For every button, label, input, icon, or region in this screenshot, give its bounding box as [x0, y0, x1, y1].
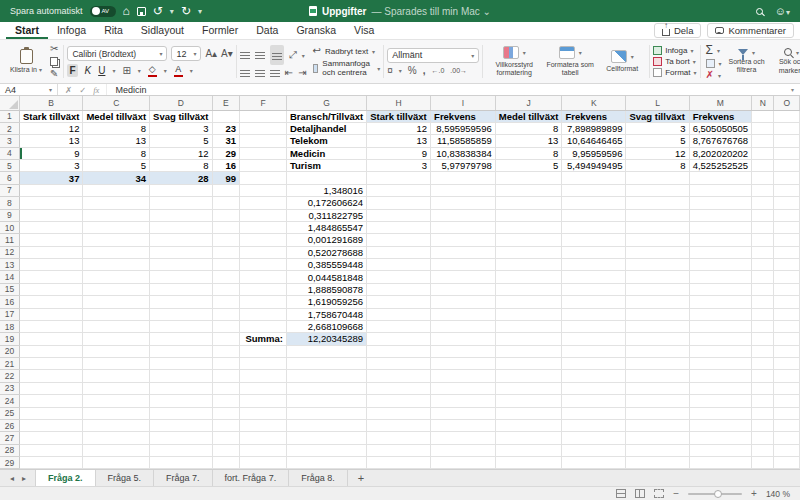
cell-M11[interactable] [689, 234, 751, 246]
italic-button[interactable]: K [85, 65, 92, 76]
cell-B3[interactable]: 13 [19, 135, 83, 147]
cell-M14[interactable] [689, 271, 751, 283]
cell-E2[interactable]: 23 [212, 122, 239, 134]
cell-K14[interactable] [562, 271, 626, 283]
cell-H22[interactable] [367, 370, 431, 382]
cell-J9[interactable] [495, 209, 562, 221]
cell-B7[interactable] [19, 184, 83, 196]
cell-D29[interactable] [150, 457, 212, 469]
cell-G8[interactable]: 0,172606624 [286, 197, 366, 209]
cell-M15[interactable] [689, 283, 751, 295]
cell-H8[interactable] [367, 197, 431, 209]
cell-F29[interactable] [240, 457, 287, 469]
cell-D7[interactable] [150, 184, 212, 196]
cell-O17[interactable] [774, 308, 800, 320]
increase-indent-icon[interactable]: ⇥ [298, 68, 306, 78]
cell-F20[interactable] [240, 345, 287, 357]
cell-O29[interactable] [774, 457, 800, 469]
cell-K20[interactable] [562, 345, 626, 357]
cell-N3[interactable] [752, 135, 774, 147]
zoom-in-icon[interactable]: + [751, 488, 757, 499]
merge-center-button[interactable]: Sammanfoga och centrera▾ [313, 59, 381, 77]
column-header-F[interactable]: F [240, 96, 287, 110]
column-header-J[interactable]: J [495, 96, 562, 110]
cell-F21[interactable] [240, 358, 287, 370]
cell-I1[interactable]: Frekvens [431, 110, 496, 122]
cell-F23[interactable] [240, 382, 287, 394]
cell-H25[interactable] [367, 407, 431, 419]
cell-E1[interactable] [212, 110, 239, 122]
cell-O15[interactable] [774, 283, 800, 295]
cell-F16[interactable] [240, 296, 287, 308]
cell-G12[interactable]: 0,520278688 [286, 246, 366, 258]
cell-C24[interactable] [83, 395, 150, 407]
cell-E25[interactable] [212, 407, 239, 419]
column-header-I[interactable]: I [431, 96, 496, 110]
cell-N4[interactable] [752, 147, 774, 159]
cell-H28[interactable] [367, 444, 431, 456]
find-select-button[interactable]: ▾ Sök och markera [772, 43, 800, 80]
name-box-dropdown-icon[interactable]: ▾ [49, 86, 52, 93]
cell-I17[interactable] [431, 308, 496, 320]
cell-K7[interactable] [562, 184, 626, 196]
row-header-20[interactable]: 20 [0, 345, 19, 357]
cell-M24[interactable] [689, 395, 751, 407]
cell-F12[interactable] [240, 246, 287, 258]
cell-G24[interactable] [286, 395, 366, 407]
row-header-2[interactable]: 2 [0, 122, 19, 134]
cell-E4[interactable]: 29 [212, 147, 239, 159]
cell-I22[interactable] [431, 370, 496, 382]
cell-L17[interactable] [626, 308, 689, 320]
cell-O26[interactable] [774, 419, 800, 431]
cell-J1[interactable]: Medel tillväxt [495, 110, 562, 122]
cell-B12[interactable] [19, 246, 83, 258]
comments-button[interactable]: Kommentarer [707, 23, 794, 38]
cell-K23[interactable] [562, 382, 626, 394]
cell-C10[interactable] [83, 221, 150, 233]
confirm-entry-icon[interactable]: ✓ [79, 85, 86, 95]
cell-B23[interactable] [19, 382, 83, 394]
cell-L7[interactable] [626, 184, 689, 196]
cell-G18[interactable]: 2,668109668 [286, 320, 366, 332]
cell-N16[interactable] [752, 296, 774, 308]
column-header-K[interactable]: K [562, 96, 626, 110]
cell-M16[interactable] [689, 296, 751, 308]
cell-B10[interactable] [19, 221, 83, 233]
cell-N9[interactable] [752, 209, 774, 221]
sheet-nav-prev-icon[interactable]: ◂ [10, 474, 14, 483]
format-cells-button[interactable]: Format▾ [653, 68, 696, 77]
cell-C11[interactable] [83, 234, 150, 246]
cell-C12[interactable] [83, 246, 150, 258]
cell-N21[interactable] [752, 358, 774, 370]
cell-K11[interactable] [562, 234, 626, 246]
cell-B21[interactable] [19, 358, 83, 370]
cell-I3[interactable]: 11,58585859 [431, 135, 496, 147]
row-header-24[interactable]: 24 [0, 395, 19, 407]
cell-I29[interactable] [431, 457, 496, 469]
cell-D26[interactable] [150, 419, 212, 431]
align-left-icon[interactable] [240, 70, 250, 77]
cell-H9[interactable] [367, 209, 431, 221]
normal-view-icon[interactable] [616, 489, 626, 498]
cell-N28[interactable] [752, 444, 774, 456]
zoom-out-icon[interactable]: − [673, 488, 679, 499]
align-top-icon[interactable] [240, 52, 250, 59]
increase-decimal-icon[interactable]: ←.0 [431, 67, 444, 74]
cell-O28[interactable] [774, 444, 800, 456]
cell-D14[interactable] [150, 271, 212, 283]
cell-F13[interactable] [240, 259, 287, 271]
row-header-17[interactable]: 17 [0, 308, 19, 320]
name-box[interactable]: A4 ▾ [0, 84, 58, 95]
cell-D10[interactable] [150, 221, 212, 233]
cell-O27[interactable] [774, 432, 800, 444]
cell-F10[interactable] [240, 221, 287, 233]
cell-C5[interactable]: 5 [83, 160, 150, 172]
share-button[interactable]: Dela [654, 23, 702, 38]
cell-F4[interactable] [240, 147, 287, 159]
spreadsheet-grid[interactable]: BCDEFGHIJKLMNO1Stark tillväxtMedel tillv… [0, 96, 800, 469]
cell-O6[interactable] [774, 172, 800, 184]
cell-I13[interactable] [431, 259, 496, 271]
cell-K13[interactable] [562, 259, 626, 271]
cell-O4[interactable] [774, 147, 800, 159]
cell-E9[interactable] [212, 209, 239, 221]
